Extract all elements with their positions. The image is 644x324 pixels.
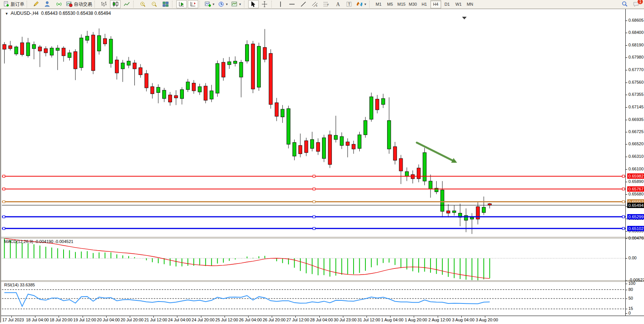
time-axis-tick bbox=[83, 316, 83, 318]
period-d1-button[interactable]: D1 bbox=[442, 0, 453, 8]
chart-symbol-period: AUDUSD-,H4 bbox=[11, 11, 38, 16]
clock-icon bbox=[218, 1, 225, 7]
macd-pane[interactable] bbox=[2, 238, 625, 280]
zoom-out-button[interactable] bbox=[149, 0, 159, 8]
autotrading-label: 自动交易 bbox=[74, 1, 92, 8]
time-axis-label: 26 Jul 04:00 bbox=[239, 318, 262, 322]
autoscroll-icon bbox=[179, 1, 185, 7]
time-axis-tick bbox=[485, 316, 485, 318]
time-axis-tick bbox=[367, 316, 367, 318]
time-axis-label: 2 Aug 12:00 bbox=[429, 318, 451, 322]
period-mn-button[interactable]: MN bbox=[465, 0, 475, 8]
mql-editor-button[interactable] bbox=[31, 0, 41, 8]
indplus-icon bbox=[205, 1, 211, 7]
time-axis[interactable]: 17 Jul 202318 Jul 04:0018 Jul 20:0019 Ju… bbox=[1, 316, 644, 324]
signals-button[interactable] bbox=[54, 0, 64, 8]
signal-icon bbox=[56, 1, 62, 7]
time-axis-tick bbox=[177, 316, 177, 318]
tiles-icon bbox=[163, 1, 169, 7]
time-axis-label: 20 Jul 20:00 bbox=[121, 318, 143, 322]
rsi-pane[interactable] bbox=[2, 282, 625, 316]
shift-icon bbox=[190, 1, 196, 7]
autotrade-icon bbox=[66, 1, 73, 7]
time-axis-label: 17 Jul 2023 bbox=[2, 318, 24, 322]
indicators-menu-button[interactable]: ▼ bbox=[204, 0, 216, 8]
text-tool-button[interactable]: A bbox=[333, 0, 343, 8]
chevron-down-icon[interactable]: ▼ bbox=[239, 3, 242, 6]
tile-windows-button[interactable] bbox=[160, 0, 171, 8]
zoom-in-button[interactable] bbox=[137, 0, 148, 8]
toolbar-separator bbox=[199, 1, 202, 8]
toolbar-separator bbox=[271, 1, 274, 8]
resistance-line-1-price-badge: 0.65982 bbox=[627, 173, 644, 179]
time-axis-label: 18 Jul 20:00 bbox=[49, 318, 72, 322]
crosshair-tool-button[interactable] bbox=[260, 0, 270, 8]
time-axis-label: 1 Aug 20:00 bbox=[405, 318, 427, 322]
mt4-terminal: 新订单自动交易▼▼▼EFAT▼M1M5M15M30H1H4D1W1MN1 ▼AU… bbox=[0, 0, 644, 324]
period-m30-button[interactable]: M30 bbox=[408, 0, 418, 8]
zoomout-icon bbox=[151, 1, 158, 7]
chevron-down-icon[interactable]: ▼ bbox=[212, 3, 215, 6]
toolbar-separator bbox=[133, 1, 136, 8]
chevron-down-icon[interactable]: ▼ bbox=[364, 3, 367, 6]
time-axis-label: 31 Jul 12:00 bbox=[357, 318, 380, 322]
price-axis[interactable]: 0.686050.684000.681900.679800.677700.675… bbox=[626, 16, 644, 237]
candle-chart-mode-button[interactable] bbox=[110, 0, 121, 8]
chart-title: ▼AUDUSD-,H4 0.65443 0.65530 0.65438 0.65… bbox=[5, 11, 111, 16]
auto-scroll-button[interactable] bbox=[176, 0, 187, 8]
candles-icon bbox=[112, 1, 119, 7]
period-h4-button[interactable]: H4 bbox=[430, 0, 441, 8]
new-order-button[interactable]: 新订单 bbox=[2, 0, 26, 8]
time-axis-label: 24 Jul 04:00 bbox=[168, 318, 191, 322]
bars-icon bbox=[101, 1, 107, 7]
textA-icon: A bbox=[335, 1, 341, 7]
text-label-tool-button[interactable]: T bbox=[344, 0, 355, 8]
macd-axis[interactable]: 0.0047650.00-0.005276 bbox=[626, 238, 644, 280]
trendline-tool-button[interactable] bbox=[298, 0, 309, 8]
time-axis-tick bbox=[130, 316, 130, 318]
period-m1-button[interactable]: M1 bbox=[373, 0, 384, 8]
rsi-axis[interactable]: 1008050150 bbox=[626, 282, 644, 316]
tline-icon bbox=[300, 1, 307, 7]
time-axis-tick bbox=[248, 316, 249, 318]
fibonacci-tool-button[interactable]: F bbox=[321, 0, 332, 8]
svg-text:T: T bbox=[348, 2, 351, 6]
main-chart-pane[interactable] bbox=[2, 16, 625, 237]
cursor-tool-button[interactable] bbox=[248, 0, 259, 8]
chart-shift-button[interactable] bbox=[188, 0, 198, 8]
arrows-menu-button[interactable]: ▼ bbox=[355, 0, 368, 8]
time-axis-tick bbox=[106, 316, 107, 318]
toolbar-separator bbox=[244, 1, 247, 8]
period-w1-button[interactable]: W1 bbox=[453, 0, 464, 8]
time-axis-label: 28 Jul 04:00 bbox=[310, 318, 333, 322]
market-watch-button[interactable] bbox=[42, 0, 53, 8]
notifications-button[interactable]: 1 bbox=[631, 0, 641, 8]
autotrading-button[interactable]: 自动交易 bbox=[65, 0, 93, 8]
line-chart-mode-button[interactable] bbox=[121, 0, 132, 8]
time-axis-label: 27 Jul 12:00 bbox=[286, 318, 309, 322]
time-axis-label: 25 Jul 12:00 bbox=[215, 318, 238, 322]
time-axis-label: 3 Aug 04:00 bbox=[452, 318, 475, 322]
time-axis-tick bbox=[319, 316, 320, 318]
search-button[interactable] bbox=[619, 0, 630, 8]
period-h1-button[interactable]: H1 bbox=[419, 0, 430, 8]
cursor-icon bbox=[250, 1, 257, 7]
time-axis-tick bbox=[272, 316, 272, 318]
chevron-down-icon[interactable]: ▼ bbox=[225, 3, 228, 6]
vline-icon bbox=[277, 1, 284, 7]
vertical-line-tool-button[interactable] bbox=[276, 0, 286, 8]
time-axis-label: 18 Jul 04:00 bbox=[26, 318, 49, 322]
equidistant-channel-tool-button[interactable]: E bbox=[310, 0, 320, 8]
time-axis-label: 30 Jul 23:00 bbox=[334, 318, 357, 322]
period-m5-button[interactable]: M5 bbox=[385, 0, 395, 8]
macd-label: MACD(12,26,9) -0.004190 -0.004521 bbox=[4, 239, 73, 244]
linechart-icon bbox=[124, 1, 130, 7]
horizontal-line-tool-button[interactable] bbox=[287, 0, 298, 8]
period-m15-button[interactable]: M15 bbox=[396, 0, 407, 8]
templates-menu-button[interactable]: ▼ bbox=[230, 0, 243, 8]
chart-menu-icon[interactable]: ▼ bbox=[5, 12, 8, 16]
new-order-label: 新订单 bbox=[11, 1, 24, 8]
bar-chart-mode-button[interactable] bbox=[99, 0, 109, 8]
channel-icon: E bbox=[312, 1, 318, 7]
timeframes-menu-button[interactable]: ▼ bbox=[217, 0, 230, 8]
